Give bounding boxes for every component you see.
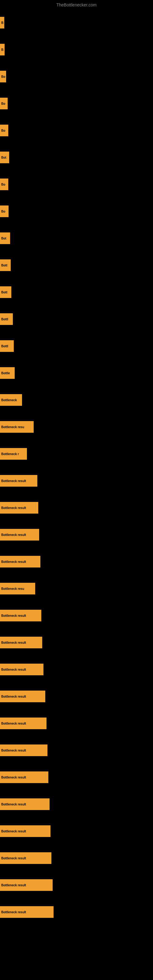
bar-label: Bott	[0, 286, 11, 298]
bar-row: Bottleneck result	[0, 710, 153, 737]
bar-row: Bo	[0, 198, 153, 225]
bar-row: Bottl	[0, 305, 153, 332]
bar-row: Bottleneck result	[0, 683, 153, 710]
bar-label: B	[0, 17, 4, 29]
bar-row: Bo	[0, 90, 153, 117]
bar-label: Bottleneck result	[0, 690, 45, 702]
bar-label: Bottleneck result	[0, 529, 39, 541]
bar-row: Bottleneck result	[0, 602, 153, 629]
bar-row: Bottleneck	[0, 387, 153, 414]
bar-row: B	[0, 9, 153, 36]
bar-row: Bott	[0, 279, 153, 305]
bar-row: Bottl	[0, 332, 153, 360]
bar-label: Bottleneck result	[0, 772, 48, 783]
bar-row: Bot	[0, 144, 153, 171]
bar-label: Bo	[0, 71, 6, 83]
bar-label: Bottleneck result	[0, 637, 42, 648]
bar-label: Bo	[0, 205, 9, 217]
bar-label: Bottleneck resu	[0, 421, 33, 433]
bar-label: Bottleneck result	[0, 852, 51, 864]
bar-row: Bottleneck result	[0, 521, 153, 548]
bars-container: BBBoBoBoBotBoBoBotBottBottBottlBottlBott…	[0, 9, 153, 926]
bar-row: Bo	[0, 117, 153, 144]
bar-label: Bottleneck result	[0, 556, 40, 568]
bar-label: Bottleneck r	[0, 448, 27, 460]
bar-label: Bottleneck result	[0, 906, 54, 918]
bar-row: Bottleneck result	[0, 467, 153, 494]
bar-label: Bot	[0, 151, 9, 163]
bar-row: Bottleneck result	[0, 899, 153, 926]
bar-label: Bottl	[0, 313, 13, 325]
bar-label: B	[0, 44, 5, 56]
bar-label: Bottleneck result	[0, 502, 38, 514]
bar-row: Bottleneck result	[0, 629, 153, 656]
bar-label: Bottleneck result	[0, 879, 53, 891]
bar-row: Bot	[0, 225, 153, 252]
bar-label: Bottleneck result	[0, 663, 43, 675]
bar-row: Bottleneck result	[0, 548, 153, 575]
bar-row: Bo	[0, 63, 153, 90]
bar-row: Bottleneck result	[0, 737, 153, 764]
bar-label: Bottleneck	[0, 394, 22, 406]
bar-row: Bottle	[0, 360, 153, 387]
bar-label: Bottleneck resu	[0, 583, 35, 595]
bar-label: Bottleneck result	[0, 799, 49, 810]
bar-label: Bot	[0, 232, 10, 244]
bar-label: Bottleneck result	[0, 610, 41, 621]
bar-label: Bo	[0, 125, 8, 136]
bar-row: Bottleneck result	[0, 764, 153, 791]
bar-row: Bott	[0, 252, 153, 279]
bar-row: Bottleneck r	[0, 441, 153, 467]
bar-row: Bottleneck result	[0, 872, 153, 899]
bar-label: Bo	[0, 98, 8, 109]
bar-label: Bottle	[0, 367, 15, 379]
bar-label: Bottl	[0, 340, 14, 352]
bar-row: Bottleneck result	[0, 845, 153, 872]
bar-row: Bottleneck resu	[0, 414, 153, 441]
site-title: TheBottlenecker.com	[0, 0, 153, 9]
bar-label: Bottleneck result	[0, 745, 48, 756]
bar-row: Bottleneck result	[0, 656, 153, 683]
bar-label: Bott	[0, 259, 11, 271]
bar-row: B	[0, 36, 153, 63]
bar-label: Bo	[0, 178, 8, 190]
bar-row: Bottleneck result	[0, 791, 153, 818]
bar-row: Bo	[0, 171, 153, 198]
bar-label: Bottleneck result	[0, 475, 37, 487]
bar-row: Bottleneck result	[0, 494, 153, 521]
bar-row: Bottleneck resu	[0, 575, 153, 602]
bar-row: Bottleneck result	[0, 818, 153, 845]
bar-label: Bottleneck result	[0, 718, 46, 729]
bar-label: Bottleneck result	[0, 825, 51, 837]
